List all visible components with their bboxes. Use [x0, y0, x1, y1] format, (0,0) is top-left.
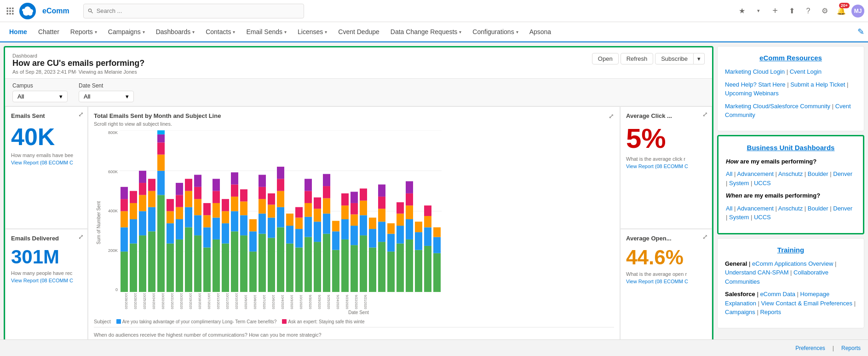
when-advancement-link[interactable]: Advancement	[737, 205, 774, 212]
when-emails-row: When are my emails performing?	[726, 191, 856, 200]
training-title[interactable]: Training	[725, 246, 857, 254]
avg-open-link[interactable]: View Report (08 ECOMM C	[626, 279, 706, 284]
svg-rect-25	[139, 195, 146, 211]
settings-icon[interactable]: ⚙	[818, 5, 831, 18]
preferences-link[interactable]: Preferences	[795, 345, 825, 351]
y-label-200k: 200K	[108, 248, 118, 253]
help-icon[interactable]: ?	[802, 5, 815, 18]
waffle-icon[interactable]	[4, 5, 17, 18]
svg-rect-120	[341, 219, 349, 239]
notifications-icon[interactable]: 🔔 20+	[835, 5, 848, 18]
nav-item-reports[interactable]: Reports ▾	[65, 22, 103, 42]
emails-delivered-link[interactable]: View Report (08 ECOMM C	[11, 278, 82, 283]
svg-rect-74	[240, 235, 247, 292]
search-input[interactable]	[97, 7, 300, 14]
can-spam-link[interactable]: Understand CAN-SPAM	[725, 269, 788, 276]
ecomm-resources-title[interactable]: eComm Resources	[725, 54, 857, 62]
ecomm-data-link[interactable]: eComm Data	[760, 291, 795, 298]
svg-rect-14	[121, 251, 128, 292]
when-boulder-link[interactable]: Boulder	[808, 205, 828, 212]
emails-delivered-expand-icon[interactable]: ⤢	[78, 233, 84, 240]
favorites-dropdown-icon[interactable]: ▾	[752, 5, 765, 18]
campus-select[interactable]: All ▾	[12, 91, 68, 102]
when-emails-links: All | Advancement | Anschutz | Boulder |…	[726, 204, 856, 222]
sidebar: eComm Resources Marketing Cloud Login | …	[717, 46, 864, 352]
cvent-login-link[interactable]: Cvent Login	[790, 68, 822, 75]
nav-item-licenses[interactable]: Licenses ▾	[292, 22, 333, 42]
avg-click-link[interactable]: View Report (08 ECOMM C	[626, 163, 706, 169]
ecomm-overview-link[interactable]: eComm Applications Overview	[752, 260, 833, 267]
svg-rect-28	[148, 231, 155, 292]
total-emails-expand-icon[interactable]: ⤢	[609, 112, 614, 120]
how-anschutz-link[interactable]: Anschutz	[778, 170, 803, 177]
refresh-button[interactable]: Refresh	[621, 53, 654, 64]
svg-rect-142	[387, 223, 395, 234]
svg-rect-19	[130, 244, 137, 292]
nav-edit-icon[interactable]: ✎	[857, 27, 864, 37]
open-button[interactable]: Open	[592, 53, 619, 64]
how-denver-link[interactable]: Denver	[833, 170, 852, 177]
when-denver-link[interactable]: Denver	[833, 205, 852, 212]
x-axis-labels: 10/28/2020 10/26/2020 10/25/2020 10/24/2…	[103, 293, 614, 309]
contact-email-prefs-link[interactable]: View Contact & Email Preferences	[761, 300, 852, 307]
nav-item-chatter[interactable]: Chatter	[33, 22, 65, 42]
date-sent-select[interactable]: All ▾	[79, 91, 134, 102]
when-system-link[interactable]: System	[729, 214, 749, 221]
upcoming-webinars-link[interactable]: Upcoming Webinars	[725, 90, 779, 97]
add-icon[interactable]: +	[769, 5, 782, 18]
business-unit-title[interactable]: Business Unit Dashboards	[726, 144, 856, 152]
nav-item-cvent-dedupe[interactable]: Cvent Dedupe	[333, 22, 385, 42]
need-help-link[interactable]: Need Help? Start Here	[725, 81, 786, 88]
how-advancement-link[interactable]: Advancement	[737, 170, 774, 177]
subscribe-button[interactable]: Subscribe	[655, 53, 694, 64]
how-uccs-link[interactable]: UCCS	[754, 180, 771, 187]
ecomm-resources-logins: Marketing Cloud Login | Cvent Login	[725, 67, 857, 76]
svg-rect-77	[240, 189, 247, 201]
when-all-link[interactable]: All	[726, 205, 732, 212]
svg-rect-107	[314, 242, 321, 292]
favorites-icon[interactable]: ★	[736, 5, 748, 18]
nav-item-dashboards[interactable]: Dashboards ▾	[150, 22, 201, 42]
publish-icon[interactable]: ⬆	[785, 5, 798, 18]
nav-item-email-sends[interactable]: Email Sends ▾	[241, 22, 292, 42]
svg-rect-44	[176, 207, 183, 219]
svg-rect-158	[424, 205, 431, 216]
svg-rect-6	[7, 13, 8, 14]
nav-item-configurations-label: Configurations	[472, 28, 514, 35]
subscribe-dropdown-button[interactable]: ▾	[694, 53, 705, 64]
emails-sent-expand-icon[interactable]: ⤢	[78, 111, 84, 118]
nav-item-campaigns[interactable]: Campaigns ▾	[103, 22, 150, 42]
svg-rect-22	[130, 191, 137, 203]
nav-item-apsona[interactable]: Apsona	[524, 22, 557, 42]
x-label: 10/9/2020	[239, 293, 247, 309]
svg-rect-151	[406, 181, 413, 193]
how-system-link[interactable]: System	[729, 180, 749, 187]
top-nav-actions: ★ ▾ + ⬆ ? ⚙ 🔔 20+ MJ	[736, 5, 864, 18]
when-anschutz-link[interactable]: Anschutz	[778, 205, 803, 212]
legend-dot-blue	[116, 319, 121, 324]
how-emails-label: How are my emails performing?	[726, 158, 816, 165]
campaigns-training-link[interactable]: Campaigns	[725, 309, 755, 315]
marketing-cloud-login-link[interactable]: Marketing Cloud Login	[725, 68, 785, 75]
mc-sf-community-link[interactable]: Marketing Cloud/Salesforce Community	[725, 103, 830, 110]
search-bar[interactable]	[83, 4, 304, 18]
nav-item-campaigns-label: Campaigns	[108, 28, 141, 35]
emails-sent-link[interactable]: View Report (08 ECOMM C	[11, 160, 82, 165]
reports-training-link[interactable]: Reports	[760, 309, 781, 315]
svg-rect-125	[351, 214, 358, 226]
how-boulder-link[interactable]: Boulder	[808, 170, 828, 177]
nav-item-configurations[interactable]: Configurations ▾	[467, 22, 523, 42]
submit-ticket-link[interactable]: Submit a Help Ticket	[790, 81, 845, 88]
avg-open-expand-icon[interactable]: ⤢	[702, 233, 708, 240]
avg-click-expand-icon[interactable]: ⤢	[702, 111, 708, 118]
salesforce-logo	[19, 3, 36, 19]
reports-bottom-link[interactable]: Reports	[841, 345, 861, 351]
nav-item-data-change[interactable]: Data Change Requests ▾	[385, 22, 467, 42]
bar-chart-scroll[interactable]	[120, 130, 614, 292]
svg-rect-72	[231, 185, 238, 197]
when-uccs-link[interactable]: UCCS	[754, 214, 771, 221]
how-all-link[interactable]: All	[726, 170, 732, 177]
avatar[interactable]: MJ	[851, 5, 864, 18]
nav-item-contacts[interactable]: Contacts ▾	[200, 22, 241, 42]
nav-item-home[interactable]: Home	[4, 22, 33, 42]
